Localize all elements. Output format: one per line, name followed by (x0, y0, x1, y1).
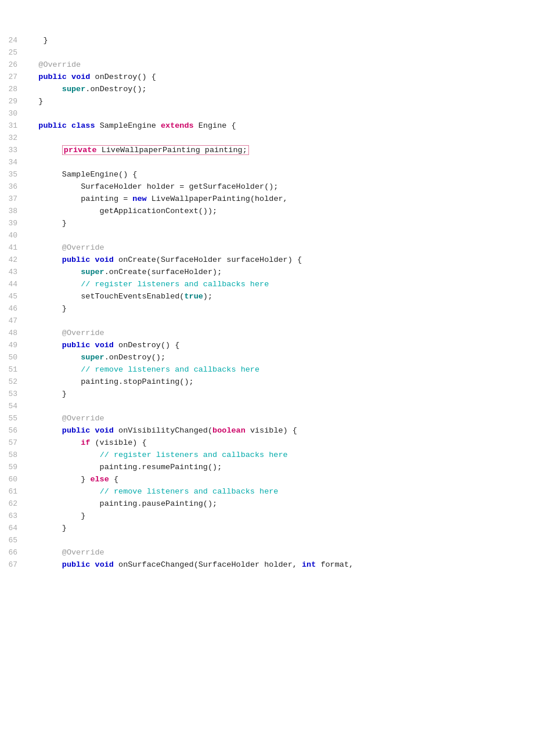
table-row: 63 } (0, 510, 534, 523)
table-row: 47 (0, 315, 534, 327)
line-content: super.onCreate(surfaceHolder); (22, 267, 534, 279)
line-content: @Override (22, 547, 534, 559)
line-content: } else { (22, 474, 534, 486)
line-content: painting.pausePainting(); (22, 498, 534, 510)
line-number: 49 (0, 340, 22, 351)
line-content: // register listeners and callbacks here (22, 449, 534, 462)
table-row: 60 } else { (0, 474, 534, 486)
line-number: 35 (0, 169, 22, 181)
table-row: 57 if (visible) { (0, 437, 534, 449)
line-content: public class SampleEngine extends Engine… (22, 120, 534, 132)
table-row: 28 super.onDestroy(); (0, 84, 534, 96)
line-content: } (22, 303, 534, 315)
line-content: // register listeners and callbacks here (22, 279, 534, 291)
line-content: SurfaceHolder holder = getSurfaceHolder(… (22, 181, 534, 193)
line-number: 50 (0, 352, 22, 363)
line-content: super.onDestroy(); (22, 352, 534, 364)
line-content: } (22, 523, 534, 535)
line-number: 45 (0, 291, 22, 303)
line-number: 63 (0, 510, 22, 522)
table-row: 27 public void onDestroy() { (0, 71, 534, 84)
table-row: 37 painting = new LiveWallpaperPainting(… (0, 193, 534, 206)
table-row: 48 @Override (0, 327, 534, 340)
table-row: 49 public void onDestroy() { (0, 340, 534, 352)
line-content: painting.resumePainting(); (22, 462, 534, 474)
line-number: 51 (0, 364, 22, 376)
table-row: 34 (0, 157, 534, 169)
line-content: @Override (22, 242, 534, 254)
table-row: 33 private LiveWallpaperPainting paintin… (0, 145, 534, 157)
line-number: 46 (0, 303, 22, 315)
line-number: 30 (0, 108, 22, 120)
line-number: 56 (0, 425, 22, 437)
line-number: 61 (0, 486, 22, 498)
line-number: 24 (0, 35, 22, 46)
line-number: 28 (0, 84, 22, 95)
line-content: painting.stopPainting(); (22, 376, 534, 388)
table-row: 55 @Override (0, 413, 534, 425)
table-row: 36 SurfaceHolder holder = getSurfaceHold… (0, 181, 534, 193)
line-number: 58 (0, 449, 22, 461)
line-number: 59 (0, 462, 22, 473)
table-row: 42 public void onCreate(SurfaceHolder su… (0, 254, 534, 267)
table-row: 39 } (0, 218, 534, 230)
table-row: 29 } (0, 96, 534, 108)
table-row: 38 getApplicationContext()); (0, 206, 534, 218)
table-row: 54 (0, 401, 534, 413)
line-number: 36 (0, 181, 22, 193)
line-content: painting = new LiveWallpaperPainting(hol… (22, 193, 534, 206)
line-number: 43 (0, 267, 22, 278)
table-row: 46 } (0, 303, 534, 315)
line-number: 32 (0, 132, 22, 144)
line-number: 67 (0, 559, 22, 571)
line-number: 39 (0, 218, 22, 229)
line-number: 64 (0, 523, 22, 534)
line-number: 47 (0, 315, 22, 327)
table-row: 50 super.onDestroy(); (0, 352, 534, 364)
line-number: 41 (0, 242, 22, 254)
line-content: SampleEngine() { (22, 169, 534, 181)
table-row: 62 painting.pausePainting(); (0, 498, 534, 510)
line-content: @Override (22, 327, 534, 340)
line-number: 54 (0, 401, 22, 412)
table-row: 64 } (0, 523, 534, 535)
line-content: public void onCreate(SurfaceHolder surfa… (22, 254, 534, 267)
line-number: 44 (0, 279, 22, 290)
line-content: getApplicationContext()); (22, 206, 534, 218)
table-row: 58 // register listeners and callbacks h… (0, 449, 534, 462)
table-row: 66 @Override (0, 547, 534, 559)
table-row: 43 super.onCreate(surfaceHolder); (0, 267, 534, 279)
table-row: 40 (0, 230, 534, 242)
table-row: 31 public class SampleEngine extends Eng… (0, 120, 534, 132)
line-number: 52 (0, 376, 22, 388)
line-content: } (22, 510, 534, 523)
line-content: setTouchEventsEnabled(true); (22, 291, 534, 303)
line-content: @Override (22, 59, 534, 71)
table-row: 65 (0, 535, 534, 547)
line-number: 57 (0, 437, 22, 449)
line-content: public void onDestroy() { (22, 340, 534, 352)
table-row: 51 // remove listeners and callbacks her… (0, 364, 534, 376)
line-number: 34 (0, 157, 22, 168)
table-row: 52 painting.stopPainting(); (0, 376, 534, 388)
line-content: public void onDestroy() { (22, 71, 534, 84)
line-content: } (22, 35, 534, 47)
table-row: 41 @Override (0, 242, 534, 254)
table-row: 32 (0, 132, 534, 145)
table-row: 59 painting.resumePainting(); (0, 462, 534, 474)
line-content: super.onDestroy(); (22, 84, 534, 96)
table-row: 25 (0, 47, 534, 59)
line-content: public void onVisibilityChanged(boolean … (22, 425, 534, 437)
table-row: 61 // remove listeners and callbacks her… (0, 486, 534, 498)
line-number: 26 (0, 59, 22, 71)
line-number: 29 (0, 96, 22, 107)
line-content: // remove listeners and callbacks here (22, 364, 534, 376)
line-content: } (22, 388, 534, 401)
line-content: // remove listeners and callbacks here (22, 486, 534, 498)
table-row: 44 // register listeners and callbacks h… (0, 279, 534, 291)
line-content: if (visible) { (22, 437, 534, 449)
table-row: 56 public void onVisibilityChanged(boole… (0, 425, 534, 437)
code-editor: 24 }2526 @Override27 public void onDestr… (0, 0, 534, 606)
line-content: public void onSurfaceChanged(SurfaceHold… (22, 559, 534, 571)
line-number: 65 (0, 535, 22, 546)
